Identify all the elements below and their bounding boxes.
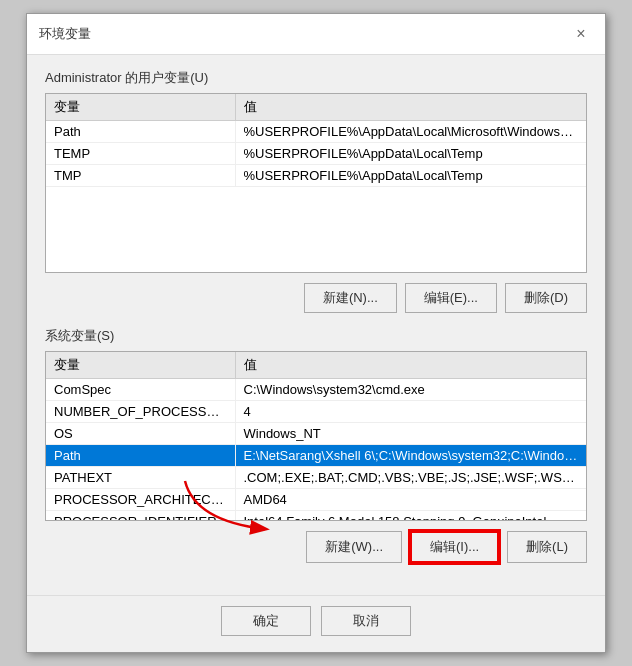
system-col-val: 值 [235, 352, 586, 379]
system-var-cell: PROCESSOR_IDENTIFIER [46, 511, 235, 522]
system-val-cell: C:\Windows\system32\cmd.exe [235, 379, 586, 401]
system-table-row[interactable]: OSWindows_NT [46, 423, 586, 445]
system-table-row[interactable]: PROCESSOR_IDENTIFIERIntel64 Family 6 Mod… [46, 511, 586, 522]
system-val-cell: AMD64 [235, 489, 586, 511]
system-table-body: ComSpecC:\Windows\system32\cmd.exeNUMBER… [46, 379, 586, 522]
user-table-header: 变量 值 [46, 94, 586, 121]
user-vars-table-container: 变量 值 Path%USERPROFILE%\AppData\Local\Mic… [45, 93, 587, 273]
user-btn-row: 新建(N)... 编辑(E)... 删除(D) [45, 283, 587, 313]
ok-button[interactable]: 确定 [221, 606, 311, 636]
system-val-cell: 4 [235, 401, 586, 423]
system-val-cell: Windows_NT [235, 423, 586, 445]
user-col-var: 变量 [46, 94, 235, 121]
user-new-button[interactable]: 新建(N)... [304, 283, 397, 313]
user-var-cell: TMP [46, 165, 235, 187]
close-button[interactable]: × [569, 22, 593, 46]
user-table-body: Path%USERPROFILE%\AppData\Local\Microsof… [46, 121, 586, 187]
dialog-footer: 确定 取消 [27, 595, 605, 652]
user-var-cell: Path [46, 121, 235, 143]
system-val-cell: Intel64 Family 6 Model 158 Stepping 9, G… [235, 511, 586, 522]
system-table-row[interactable]: ComSpecC:\Windows\system32\cmd.exe [46, 379, 586, 401]
system-delete-button[interactable]: 删除(L) [507, 531, 587, 563]
system-vars-table-container: 变量 值 ComSpecC:\Windows\system32\cmd.exeN… [45, 351, 587, 521]
system-col-var: 变量 [46, 352, 235, 379]
env-vars-dialog: 环境变量 × Administrator 的用户变量(U) 变量 值 Path%… [26, 13, 606, 653]
system-var-cell: PATHEXT [46, 467, 235, 489]
user-delete-button[interactable]: 删除(D) [505, 283, 587, 313]
system-new-button[interactable]: 新建(W)... [306, 531, 402, 563]
system-edit-button[interactable]: 编辑(I)... [410, 531, 499, 563]
system-val-cell: E:\NetSarang\Xshell 6\;C:\Windows\system… [235, 445, 586, 467]
user-col-val: 值 [235, 94, 586, 121]
system-table-row[interactable]: PATHEXT.COM;.EXE;.BAT;.CMD;.VBS;.VBE;.JS… [46, 467, 586, 489]
user-vars-table: 变量 值 Path%USERPROFILE%\AppData\Local\Mic… [46, 94, 586, 187]
cancel-button[interactable]: 取消 [321, 606, 411, 636]
user-var-cell: TEMP [46, 143, 235, 165]
system-var-cell: NUMBER_OF_PROCESSORS [46, 401, 235, 423]
user-table-row[interactable]: TMP%USERPROFILE%\AppData\Local\Temp [46, 165, 586, 187]
system-table-header: 变量 值 [46, 352, 586, 379]
dialog-body: Administrator 的用户变量(U) 变量 值 Path%USERPRO… [27, 55, 605, 591]
system-var-cell: OS [46, 423, 235, 445]
system-table-row[interactable]: PROCESSOR_ARCHITECT...AMD64 [46, 489, 586, 511]
system-btn-row: 新建(W)... 编辑(I)... 删除(L) [45, 531, 587, 563]
system-var-cell: PROCESSOR_ARCHITECT... [46, 489, 235, 511]
system-val-cell: .COM;.EXE;.BAT;.CMD;.VBS;.VBE;.JS;.JSE;.… [235, 467, 586, 489]
user-table-row[interactable]: TEMP%USERPROFILE%\AppData\Local\Temp [46, 143, 586, 165]
user-val-cell: %USERPROFILE%\AppData\Local\Microsoft\Wi… [235, 121, 586, 143]
user-val-cell: %USERPROFILE%\AppData\Local\Temp [235, 143, 586, 165]
system-table-row[interactable]: PathE:\NetSarang\Xshell 6\;C:\Windows\sy… [46, 445, 586, 467]
system-section-label: 系统变量(S) [45, 327, 587, 345]
system-var-cell: ComSpec [46, 379, 235, 401]
user-section-label: Administrator 的用户变量(U) [45, 69, 587, 87]
user-val-cell: %USERPROFILE%\AppData\Local\Temp [235, 165, 586, 187]
user-edit-button[interactable]: 编辑(E)... [405, 283, 497, 313]
system-vars-table: 变量 值 ComSpecC:\Windows\system32\cmd.exeN… [46, 352, 586, 521]
system-table-row[interactable]: NUMBER_OF_PROCESSORS4 [46, 401, 586, 423]
title-bar: 环境变量 × [27, 14, 605, 55]
system-var-cell: Path [46, 445, 235, 467]
dialog-title: 环境变量 [39, 25, 91, 43]
user-table-row[interactable]: Path%USERPROFILE%\AppData\Local\Microsof… [46, 121, 586, 143]
